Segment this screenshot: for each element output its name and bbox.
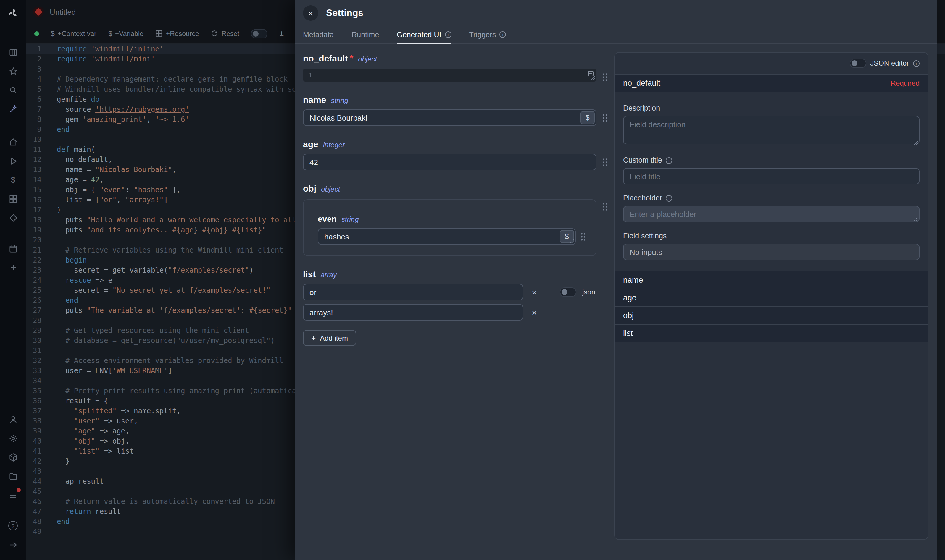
json-toggle-label: json (582, 288, 595, 296)
insert-variable-button[interactable]: $ (581, 111, 595, 124)
field-type: object (321, 185, 340, 193)
field-settings-column: JSON editor no_default Required Descript… (610, 44, 937, 560)
info-icon (666, 195, 672, 202)
modal-title: Settings (326, 8, 363, 18)
close-button[interactable]: × (303, 5, 318, 21)
field-editor-body: Description Custom title Placeholder (615, 92, 928, 271)
no-default-json-input[interactable]: 1 (303, 69, 597, 82)
field-type: array (321, 271, 337, 279)
resize-grip[interactable] (590, 76, 595, 80)
remove-item-icon[interactable]: × (529, 307, 540, 318)
drag-handle-icon[interactable] (603, 202, 608, 211)
app-root: $ Untitled $+Context var $+Variable +Res… (0, 0, 945, 560)
description-textarea[interactable] (623, 116, 920, 144)
modal-body: no_default* object 1 name stri (295, 44, 937, 560)
field-label-list: list array (303, 269, 610, 279)
resize-grip[interactable] (570, 239, 575, 244)
drag-handle-icon[interactable] (581, 232, 586, 241)
resize-grip[interactable] (914, 141, 918, 145)
field-type: object (358, 55, 377, 63)
tab-triggers[interactable]: Triggers (469, 26, 506, 43)
field-row-age[interactable]: age (615, 289, 928, 307)
custom-title-input[interactable] (623, 168, 920, 185)
field-settings-panel: JSON editor no_default Required Descript… (614, 52, 928, 540)
json-editor-toggle[interactable] (849, 58, 866, 68)
list-json-toggle[interactable] (560, 288, 577, 297)
field-settings-label: Field settings (623, 232, 920, 240)
modal-header: × Settings (295, 0, 937, 26)
plus-icon: + (311, 334, 316, 342)
generated-ui-form: no_default* object 1 name stri (295, 44, 610, 560)
list-item-input[interactable] (303, 284, 523, 300)
age-input[interactable] (303, 154, 597, 170)
obj-nested-box: even string $ (303, 199, 597, 256)
field-rows: name age obj list (615, 271, 928, 342)
required-badge: Required (891, 79, 920, 87)
info-icon (499, 31, 506, 38)
remove-item-icon[interactable]: × (529, 287, 540, 297)
even-input[interactable] (318, 228, 576, 245)
field-type: integer (323, 141, 345, 149)
required-asterisk: * (350, 53, 353, 64)
field-type: string (331, 96, 348, 105)
custom-title-label: Custom title (623, 156, 920, 165)
close-icon: × (308, 8, 313, 18)
drag-handle-icon[interactable] (603, 158, 608, 167)
drag-handle-icon[interactable] (603, 73, 608, 82)
field-row-obj[interactable]: obj (615, 307, 928, 325)
panel-top-row: JSON editor (615, 52, 928, 74)
json-editor-label: JSON editor (870, 59, 909, 68)
info-icon (913, 60, 920, 66)
name-input[interactable] (303, 109, 597, 126)
line-number: 1 (308, 71, 312, 79)
field-row-list[interactable]: list (615, 325, 928, 342)
description-label: Description (623, 104, 920, 112)
add-item-button[interactable]: + Add item (303, 330, 356, 346)
info-icon (445, 31, 451, 38)
field-row-name[interactable]: name (615, 271, 928, 289)
settings-modal: × Settings Metadata Runtime Generated UI… (295, 0, 937, 560)
field-label-name: name string (303, 95, 610, 105)
resize-grip[interactable] (914, 217, 918, 221)
placeholder-label: Placeholder (623, 194, 920, 202)
tab-generated-ui[interactable]: Generated UI (397, 26, 451, 43)
field-row-no-default[interactable]: no_default Required (615, 74, 928, 92)
drag-handle-icon[interactable] (603, 114, 608, 122)
field-type: string (341, 215, 359, 223)
field-label-even: even string (318, 214, 587, 223)
tab-runtime[interactable]: Runtime (351, 26, 379, 43)
field-label-age: age integer (303, 139, 610, 149)
field-label-no-default: no_default* object (303, 53, 610, 64)
list-item-row: × (303, 304, 610, 320)
tab-metadata[interactable]: Metadata (303, 26, 334, 43)
list-item-input[interactable] (303, 304, 523, 320)
placeholder-input[interactable] (623, 206, 920, 222)
settings-tabs: Metadata Runtime Generated UI Triggers (295, 26, 937, 44)
list-item-row: × json (303, 284, 610, 300)
info-icon (666, 157, 672, 163)
field-label-obj: obj object (303, 183, 610, 193)
field-settings-select[interactable]: No inputs (623, 244, 920, 260)
